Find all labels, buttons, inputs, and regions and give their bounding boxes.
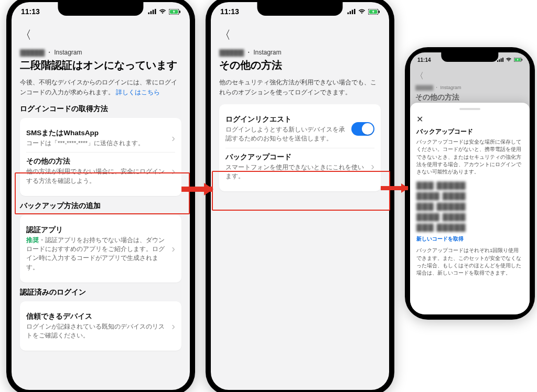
svg-rect-14 bbox=[497, 60, 498, 62]
backup-code: ▓▓▓ ▓▓▓▓▓ bbox=[416, 202, 523, 210]
row-auth-app-title: 認証アプリ bbox=[26, 225, 167, 235]
svg-rect-8 bbox=[350, 11, 351, 14]
row-login-request-title: ログインリクエスト bbox=[225, 115, 347, 124]
page-title: その他の方法 bbox=[219, 58, 381, 72]
backup-code: ▓▓▓ ▓▓▓▓▓ bbox=[416, 223, 523, 231]
chevron-right-icon: › bbox=[371, 160, 374, 172]
chevron-right-icon: › bbox=[171, 320, 175, 332]
card-auth-app: 認証アプリ 推奨・認証アプリをお持ちでない場合は、ダウンロードにおすすめのアプリ… bbox=[20, 215, 181, 282]
sheet-lead: バックアップコードは安全な場所に保存してください。コードがないと、携帯電話を使用… bbox=[416, 138, 523, 176]
status-icons bbox=[347, 9, 380, 15]
canvas: 11:13 〈 ▓▓▓▓▓▓ ・ Instagram 二段階認証はオンになってい… bbox=[0, 0, 537, 392]
back-button[interactable]: 〈 bbox=[219, 24, 381, 48]
backup-code: ▓▓▓ ▓▓▓▓▓ bbox=[416, 181, 523, 189]
status-time: 11:14 bbox=[417, 57, 431, 63]
row-trusted-title: 信頼できるデバイス bbox=[26, 312, 167, 321]
svg-rect-12 bbox=[379, 10, 380, 13]
row-trusted-sub: ログインが記録されている既知のデバイスのリストをご確認ください。 bbox=[26, 322, 167, 341]
learn-more-link[interactable]: 詳しくはこちら bbox=[116, 89, 160, 96]
svg-rect-5 bbox=[179, 10, 180, 13]
backup-code: ▓▓▓▓ ▓▓▓▓ bbox=[416, 212, 523, 221]
svg-rect-17 bbox=[502, 58, 503, 62]
row-sms-title: SMSまたはWhatsApp bbox=[26, 128, 167, 138]
wifi-icon bbox=[506, 58, 512, 62]
status-time: 11:13 bbox=[21, 7, 40, 16]
account-crumb: ▓▓▓▓▓▓ ・ Instagram bbox=[20, 48, 181, 57]
chevron-right-icon: › bbox=[171, 132, 175, 144]
flow-arrow-2 bbox=[381, 186, 408, 190]
notch bbox=[441, 52, 498, 62]
wifi-icon bbox=[358, 9, 366, 14]
battery-charging-icon bbox=[368, 9, 380, 15]
phone-1-screen: 11:13 〈 ▓▓▓▓▓▓ ・ Instagram 二段階認証はオンになってい… bbox=[12, 2, 190, 390]
back-button[interactable]: 〈 bbox=[20, 24, 181, 48]
section-trusted-logins: 認証済みのログイン bbox=[20, 288, 181, 297]
row-other-methods[interactable]: その他の方法 他の方法が利用できない場合に、安全にログインする方法を確認しよう。… bbox=[26, 152, 175, 190]
get-new-codes-link[interactable]: 新しいコードを取得 bbox=[416, 235, 523, 243]
sheet-title: バックアップコード bbox=[416, 127, 523, 136]
sheet-grabber[interactable] bbox=[459, 108, 480, 110]
cellular-signal-icon bbox=[497, 58, 503, 62]
row-trusted-devices[interactable]: 信頼できるデバイス ログインが記録されている既知のデバイスのリストをご確認くださ… bbox=[26, 308, 175, 345]
section-backup-add: バックアップ方法の追加 bbox=[20, 201, 181, 211]
svg-rect-7 bbox=[348, 13, 349, 14]
backup-codes-sheet: ✕ バックアップコード バックアップコードは安全な場所に保存してください。コード… bbox=[410, 103, 530, 314]
svg-rect-15 bbox=[499, 59, 500, 62]
chevron-right-icon: › bbox=[171, 243, 175, 255]
phone-1-frame: 11:13 〈 ▓▓▓▓▓▓ ・ Instagram 二段階認証はオンになってい… bbox=[6, 0, 195, 392]
row-backup-codes[interactable]: バックアップコード スマートフォンを使用できないときにこれを使います。 › bbox=[225, 148, 374, 186]
page-lead: 今後、不明なデバイスからのログインには、常にログインコードの入力が求められます。… bbox=[20, 78, 181, 97]
notch bbox=[257, 2, 342, 16]
battery-charging-icon bbox=[514, 58, 522, 62]
chevron-right-icon: › bbox=[171, 165, 175, 177]
battery-charging-icon bbox=[169, 9, 180, 15]
sheet-note: バックアップコードはそれぞれ1回限り使用できます。また、このセットが安全でなくな… bbox=[416, 247, 523, 277]
row-sms-sub: コードは「***-****-****」に送信されます。 bbox=[26, 139, 167, 148]
status-icons bbox=[148, 9, 180, 15]
backup-code-list: ▓▓▓ ▓▓▓▓▓ ▓▓▓▓ ▓▓▓▓ ▓▓▓ ▓▓▓▓▓ ▓▓▓▓ ▓▓▓▓ … bbox=[416, 181, 523, 231]
phone-2-frame: 11:13 〈 ▓▓▓▓▓▓ ・ Instagram その他の方法 他のセキュリ… bbox=[206, 0, 394, 392]
phone-1-content: 〈 ▓▓▓▓▓▓ ・ Instagram 二段階認証はオンになっています 今後、… bbox=[12, 21, 190, 390]
svg-rect-2 bbox=[153, 10, 154, 14]
card-trusted: 信頼できるデバイス ログインが記録されている既知のデバイスのリストをご確認くださ… bbox=[20, 301, 181, 351]
cellular-signal-icon bbox=[347, 9, 356, 14]
svg-rect-3 bbox=[155, 9, 156, 14]
card-login-codes: SMSまたはWhatsApp コードは「***-****-****」に送信されま… bbox=[20, 118, 181, 196]
page-title: 二段階認証はオンになっています bbox=[20, 58, 181, 72]
phone-2-screen: 11:13 〈 ▓▓▓▓▓▓ ・ Instagram その他の方法 他のセキュリ… bbox=[211, 2, 389, 390]
row-other-title: その他の方法 bbox=[26, 157, 167, 166]
phone-3-frame: 11:14 〈 ▓▓▓▓▓▓ ・ Instagram その他の方法 他のセキュリ… bbox=[405, 47, 535, 320]
cellular-signal-icon bbox=[148, 9, 156, 14]
row-login-request[interactable]: ログインリクエスト ログインしようとする新しいデバイスを承認するためのお知らせを… bbox=[225, 111, 374, 148]
close-button[interactable]: ✕ bbox=[416, 113, 523, 127]
backup-code: ▓▓▓▓ ▓▓▓▓ bbox=[416, 191, 523, 200]
login-request-toggle[interactable] bbox=[351, 122, 374, 136]
row-backup-codes-title: バックアップコード bbox=[225, 153, 367, 162]
flow-arrow-1 bbox=[181, 187, 213, 192]
status-time: 11:13 bbox=[220, 7, 239, 16]
phone-3-screen: 11:14 〈 ▓▓▓▓▓▓ ・ Instagram その他の方法 他のセキュリ… bbox=[410, 52, 530, 314]
row-other-sub: 他の方法が利用できない場合に、安全にログインする方法を確認しよう。 bbox=[26, 167, 167, 186]
row-login-request-sub: ログインしようとする新しいデバイスを承認するためのお知らせを送信します。 bbox=[225, 125, 347, 144]
page-lead: 他のセキュリティ強化方法が利用できない場合でも、これらのオプションを使ってログイ… bbox=[219, 78, 381, 97]
wifi-icon bbox=[158, 9, 167, 14]
row-sms[interactable]: SMSまたはWhatsApp コードは「***-****-****」に送信されま… bbox=[26, 124, 175, 152]
row-auth-app-sub: 推奨・認証アプリをお持ちでない場合は、ダウンロードにおすすめのアプリをご紹介しま… bbox=[26, 236, 167, 272]
notch bbox=[58, 2, 143, 16]
svg-rect-1 bbox=[151, 11, 152, 14]
row-backup-codes-sub: スマートフォンを使用できないときにこれを使います。 bbox=[225, 163, 367, 181]
account-crumb: ▓▓▓▓▓▓ ・ Instagram bbox=[219, 48, 381, 57]
phone-2-content: 〈 ▓▓▓▓▓▓ ・ Instagram その他の方法 他のセキュリティ強化方法… bbox=[211, 21, 389, 390]
svg-rect-10 bbox=[354, 9, 356, 14]
svg-rect-9 bbox=[352, 10, 353, 14]
svg-rect-0 bbox=[148, 13, 150, 14]
status-icons bbox=[497, 58, 522, 62]
svg-rect-16 bbox=[501, 58, 502, 62]
svg-rect-19 bbox=[522, 59, 522, 60]
row-auth-app[interactable]: 認証アプリ 推奨・認証アプリをお持ちでない場合は、ダウンロードにおすすめのアプリ… bbox=[26, 221, 175, 276]
card-other-methods: ログインリクエスト ログインしようとする新しいデバイスを承認するためのお知らせを… bbox=[219, 104, 381, 191]
section-login-codes: ログインコードの取得方法 bbox=[20, 104, 181, 114]
